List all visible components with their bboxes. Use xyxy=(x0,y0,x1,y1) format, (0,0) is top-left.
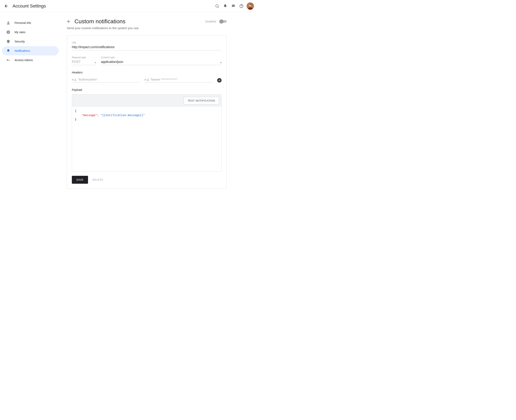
content-type-label: Content type xyxy=(101,56,222,59)
sidebar-item-label: Security xyxy=(15,40,25,43)
app-bar: Account Settings xyxy=(0,0,258,12)
content-type-select[interactable] xyxy=(101,59,222,65)
sidebar: Personal info S My rates Security Notifi… xyxy=(0,12,61,197)
page-back-button[interactable] xyxy=(67,19,71,23)
url-input[interactable] xyxy=(72,45,222,50)
svg-rect-4 xyxy=(233,6,234,6)
add-header-button[interactable] xyxy=(217,78,222,82)
bell-icon[interactable] xyxy=(221,2,229,10)
svg-rect-15 xyxy=(9,60,9,60)
form-card: URL Request type ▾ Content type ▾ xyxy=(67,35,227,189)
svg-rect-14 xyxy=(9,60,10,61)
sidebar-item-label: Notifications xyxy=(15,49,30,52)
person-icon xyxy=(6,21,10,25)
svg-point-9 xyxy=(8,22,9,23)
toggle-label: Disabled xyxy=(205,20,216,23)
test-notification-button[interactable]: TEST NOTIFICATION xyxy=(184,97,219,104)
sidebar-item-label: Personal info xyxy=(15,21,31,24)
sidebar-item-access-tokens[interactable]: Access tokens xyxy=(2,55,59,65)
header-value-input[interactable] xyxy=(144,77,212,82)
search-icon[interactable] xyxy=(213,2,221,10)
svg-text:S: S xyxy=(8,31,9,33)
page-title: Account Settings xyxy=(13,3,46,9)
url-label: URL xyxy=(72,41,222,44)
chat-icon[interactable] xyxy=(229,2,237,10)
sidebar-item-label: Access tokens xyxy=(15,59,33,62)
bell-icon xyxy=(6,49,10,53)
enable-toggle[interactable] xyxy=(219,19,227,23)
svg-line-2 xyxy=(218,7,219,8)
back-button[interactable] xyxy=(4,4,8,8)
sidebar-item-security[interactable]: Security xyxy=(2,37,59,46)
svg-rect-3 xyxy=(233,5,234,6)
save-button[interactable]: SAVE xyxy=(72,176,88,184)
sidebar-item-notifications[interactable]: Notifications xyxy=(2,46,59,55)
headers-label: Headers xyxy=(72,71,222,74)
svg-point-1 xyxy=(216,4,218,7)
avatar[interactable] xyxy=(247,2,254,10)
key-icon xyxy=(6,58,10,62)
content-subtitle: Send your custom notifications to the sy… xyxy=(67,26,227,30)
help-icon[interactable] xyxy=(237,2,245,10)
svg-point-12 xyxy=(7,60,8,61)
sidebar-item-label: My rates xyxy=(15,30,25,34)
content-title: Custom notifications xyxy=(75,18,125,25)
request-type-select[interactable] xyxy=(72,59,96,65)
svg-point-6 xyxy=(241,7,242,7)
sidebar-item-my-rates[interactable]: S My rates xyxy=(2,28,59,37)
svg-rect-13 xyxy=(8,60,10,60)
main-content: Custom notifications Disabled Send your … xyxy=(61,12,239,197)
payload-label: Payload xyxy=(72,88,222,91)
sidebar-item-personal-info[interactable]: Personal info xyxy=(2,18,59,28)
shield-icon xyxy=(6,39,10,44)
request-type-label: Request type xyxy=(72,56,96,59)
dollar-icon: S xyxy=(6,30,10,34)
header-name-input[interactable] xyxy=(72,77,140,82)
delete-button[interactable]: DELETE xyxy=(91,176,105,184)
payload-editor[interactable]: { "message": "{{notification-message}}" … xyxy=(72,107,221,172)
